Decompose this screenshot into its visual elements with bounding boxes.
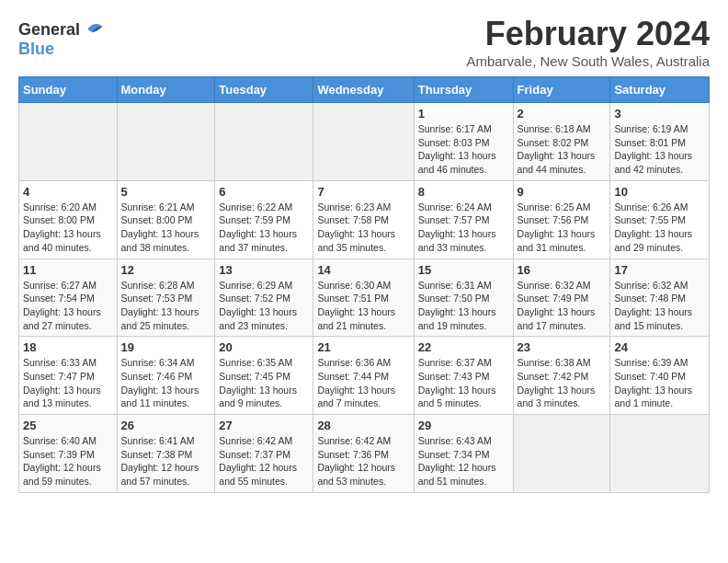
day-number: 21 [317,340,409,354]
day-number: 16 [518,263,607,277]
day-info: Sunrise: 6:31 AMSunset: 7:50 PMDaylight:… [418,279,509,333]
calendar-cell: 18Sunrise: 6:33 AMSunset: 7:47 PMDayligh… [19,337,118,415]
day-number: 11 [23,263,113,277]
calendar-cell: 16Sunrise: 6:32 AMSunset: 7:49 PMDayligh… [513,259,610,337]
logo: General Blue [18,18,104,58]
calendar-cell: 26Sunrise: 6:41 AMSunset: 7:38 PMDayligh… [117,415,215,493]
day-number: 18 [23,340,113,354]
day-info: Sunrise: 6:18 AMSunset: 8:02 PMDaylight:… [518,122,607,177]
day-info: Sunrise: 6:30 AMSunset: 7:51 PMDaylight:… [317,279,409,333]
page-subtitle: Ambarvale, New South Wales, Australia [466,53,710,69]
day-info: Sunrise: 6:32 AMSunset: 7:49 PMDaylight:… [518,279,607,333]
day-number: 23 [518,340,607,354]
day-number: 26 [121,419,211,432]
weekday-header-row: SundayMondayTuesdayWednesdayThursdayFrid… [19,77,710,103]
calendar-cell: 20Sunrise: 6:35 AMSunset: 7:45 PMDayligh… [215,337,313,415]
day-number: 15 [418,263,509,277]
day-info: Sunrise: 6:29 AMSunset: 7:52 PMDaylight:… [219,279,309,333]
day-info: Sunrise: 6:19 AMSunset: 8:01 PMDaylight:… [614,122,705,177]
calendar-cell: 3Sunrise: 6:19 AMSunset: 8:01 PMDaylight… [610,103,710,181]
day-number: 25 [23,419,113,432]
day-info: Sunrise: 6:35 AMSunset: 7:45 PMDaylight:… [219,356,309,410]
day-info: Sunrise: 6:21 AMSunset: 8:00 PMDaylight:… [121,201,211,255]
day-number: 22 [418,340,509,354]
day-info: Sunrise: 6:37 AMSunset: 7:43 PMDaylight:… [418,356,509,410]
day-number: 5 [121,185,211,199]
day-number: 1 [418,107,509,121]
calendar-cell: 8Sunrise: 6:24 AMSunset: 7:57 PMDaylight… [414,180,513,259]
calendar-cell: 23Sunrise: 6:38 AMSunset: 7:42 PMDayligh… [513,337,610,415]
day-info: Sunrise: 6:32 AMSunset: 7:48 PMDaylight:… [614,279,705,333]
page-title: February 2024 [466,15,710,53]
day-info: Sunrise: 6:20 AMSunset: 8:00 PMDaylight:… [23,201,113,255]
calendar-cell [215,103,313,181]
calendar-week-row: 4Sunrise: 6:20 AMSunset: 8:00 PMDaylight… [19,180,710,259]
calendar-cell: 2Sunrise: 6:18 AMSunset: 8:02 PMDaylight… [513,103,610,181]
calendar-cell: 10Sunrise: 6:26 AMSunset: 7:55 PMDayligh… [610,180,710,259]
day-info: Sunrise: 6:38 AMSunset: 7:42 PMDaylight:… [518,356,607,410]
calendar-cell: 5Sunrise: 6:21 AMSunset: 8:00 PMDaylight… [117,180,215,259]
calendar-cell: 17Sunrise: 6:32 AMSunset: 7:48 PMDayligh… [610,259,710,337]
day-number: 8 [418,185,509,199]
day-number: 3 [614,107,705,121]
day-number: 17 [614,263,705,277]
calendar-cell: 25Sunrise: 6:40 AMSunset: 7:39 PMDayligh… [19,415,118,493]
day-info: Sunrise: 6:17 AMSunset: 8:03 PMDaylight:… [418,122,509,177]
day-number: 10 [614,185,705,199]
calendar-cell: 15Sunrise: 6:31 AMSunset: 7:50 PMDayligh… [414,259,513,337]
day-number: 14 [317,263,409,277]
day-number: 13 [219,263,309,277]
weekday-header-friday: Friday [513,77,610,103]
day-number: 9 [518,185,607,199]
day-number: 4 [23,185,113,199]
calendar-cell: 13Sunrise: 6:29 AMSunset: 7:52 PMDayligh… [215,259,313,337]
calendar-cell: 21Sunrise: 6:36 AMSunset: 7:44 PMDayligh… [313,337,414,415]
day-number: 24 [614,340,705,354]
calendar-cell: 4Sunrise: 6:20 AMSunset: 8:00 PMDaylight… [19,180,118,259]
day-info: Sunrise: 6:43 AMSunset: 7:34 PMDaylight:… [418,434,509,488]
calendar-cell: 1Sunrise: 6:17 AMSunset: 8:03 PMDaylight… [414,103,513,181]
day-info: Sunrise: 6:26 AMSunset: 7:55 PMDaylight:… [614,201,705,255]
calendar-week-row: 25Sunrise: 6:40 AMSunset: 7:39 PMDayligh… [19,415,710,493]
day-info: Sunrise: 6:23 AMSunset: 7:58 PMDaylight:… [317,201,409,255]
calendar-week-row: 11Sunrise: 6:27 AMSunset: 7:54 PMDayligh… [19,259,710,337]
weekday-header-tuesday: Tuesday [215,77,313,103]
day-info: Sunrise: 6:39 AMSunset: 7:40 PMDaylight:… [614,356,705,410]
day-info: Sunrise: 6:24 AMSunset: 7:57 PMDaylight:… [418,201,509,255]
calendar-cell: 9Sunrise: 6:25 AMSunset: 7:56 PMDaylight… [513,180,610,259]
calendar-week-row: 18Sunrise: 6:33 AMSunset: 7:47 PMDayligh… [19,337,710,415]
day-number: 12 [121,263,211,277]
calendar-table: SundayMondayTuesdayWednesdayThursdayFrid… [18,76,710,493]
calendar-cell: 7Sunrise: 6:23 AMSunset: 7:58 PMDaylight… [313,180,414,259]
day-info: Sunrise: 6:33 AMSunset: 7:47 PMDaylight:… [23,356,113,410]
calendar-cell: 6Sunrise: 6:22 AMSunset: 7:59 PMDaylight… [215,180,313,259]
weekday-header-wednesday: Wednesday [313,77,414,103]
logo-text-blue: Blue [18,40,54,58]
day-info: Sunrise: 6:40 AMSunset: 7:39 PMDaylight:… [23,434,113,488]
day-info: Sunrise: 6:28 AMSunset: 7:53 PMDaylight:… [121,279,211,333]
day-info: Sunrise: 6:42 AMSunset: 7:37 PMDaylight:… [219,434,309,488]
calendar-cell [19,103,118,181]
calendar-week-row: 1Sunrise: 6:17 AMSunset: 8:03 PMDaylight… [19,103,710,181]
weekday-header-monday: Monday [117,77,215,103]
day-info: Sunrise: 6:41 AMSunset: 7:38 PMDaylight:… [121,434,211,488]
day-number: 20 [219,340,309,354]
day-number: 6 [219,185,309,199]
day-number: 29 [418,419,509,432]
calendar-cell: 22Sunrise: 6:37 AMSunset: 7:43 PMDayligh… [414,337,513,415]
calendar-cell [313,103,414,181]
logo-text-general: General [18,21,80,38]
day-info: Sunrise: 6:34 AMSunset: 7:46 PMDaylight:… [121,356,211,410]
calendar-cell: 12Sunrise: 6:28 AMSunset: 7:53 PMDayligh… [117,259,215,337]
day-number: 2 [518,107,607,121]
calendar-cell: 27Sunrise: 6:42 AMSunset: 7:37 PMDayligh… [215,415,313,493]
title-area: February 2024 Ambarvale, New South Wales… [466,15,710,69]
calendar-cell [610,415,710,493]
calendar-cell: 24Sunrise: 6:39 AMSunset: 7:40 PMDayligh… [610,337,710,415]
weekday-header-thursday: Thursday [414,77,513,103]
calendar-cell: 11Sunrise: 6:27 AMSunset: 7:54 PMDayligh… [19,259,118,337]
calendar-cell [513,415,610,493]
calendar-cell: 19Sunrise: 6:34 AMSunset: 7:46 PMDayligh… [117,337,215,415]
day-info: Sunrise: 6:27 AMSunset: 7:54 PMDaylight:… [23,279,113,333]
calendar-cell [117,103,215,181]
